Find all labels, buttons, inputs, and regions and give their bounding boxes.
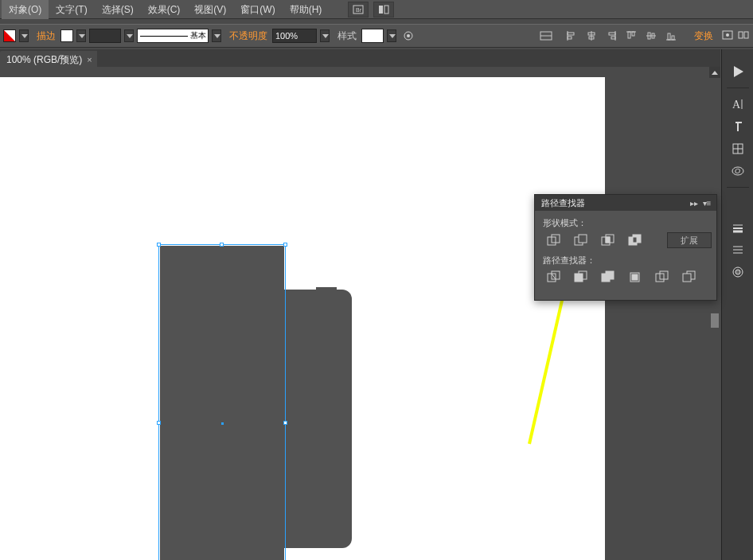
menu-bar: 对象(O) 文字(T) 选择(S) 效果(C) 视图(V) 窗口(W) 帮助(H… <box>0 0 753 19</box>
play-icon[interactable] <box>725 60 751 83</box>
panel-header[interactable]: 路径查找器 ▸▸ ▾≡ <box>535 195 716 211</box>
svg-point-5 <box>407 34 410 37</box>
style-label: 样式 <box>333 29 358 43</box>
menu-text[interactable]: 文字(T) <box>49 0 94 19</box>
close-icon[interactable]: × <box>87 55 92 64</box>
collapse-icon[interactable]: ▸▸ <box>688 199 700 208</box>
svg-text:Br: Br <box>356 7 362 13</box>
glyphs-icon[interactable] <box>725 138 751 160</box>
pathfinder-panel[interactable]: 路径查找器 ▸▸ ▾≡ 形状模式： 扩展 路径查找器： <box>534 194 717 301</box>
opacity-label: 不透明度 <box>224 29 269 43</box>
svg-rect-70 <box>683 274 691 282</box>
canvas-viewport[interactable] <box>0 67 720 560</box>
opentype-icon[interactable]: O <box>725 160 751 182</box>
menu-select[interactable]: 选择(S) <box>95 0 141 19</box>
layers-icon[interactable] <box>725 239 751 261</box>
svg-marker-32 <box>734 66 743 77</box>
artboard[interactable] <box>0 77 605 560</box>
unite-icon[interactable] <box>546 233 562 247</box>
svg-rect-54 <box>606 237 610 243</box>
stroke-weight[interactable] <box>89 29 121 43</box>
svg-rect-15 <box>609 33 615 35</box>
stroke-dropdown[interactable] <box>76 29 86 42</box>
extra-icon-1[interactable] <box>721 29 734 43</box>
document-tab[interactable]: 100% (RGB/预览) × <box>0 51 97 67</box>
minus-front-icon[interactable] <box>573 233 589 247</box>
brushes-icon[interactable] <box>725 216 751 239</box>
exclude-icon[interactable] <box>627 233 643 247</box>
minus-back-icon[interactable] <box>681 270 697 284</box>
menu-object[interactable]: 对象(O) <box>2 0 49 19</box>
svg-rect-28 <box>739 32 743 38</box>
document-tab-label: 100% (RGB/预览) <box>6 53 82 67</box>
bridge-icon[interactable]: Br <box>348 2 369 18</box>
panel-body: 形状模式： 扩展 路径查找器： <box>535 211 716 300</box>
panel-title: 路径查找器 <box>541 197 585 209</box>
brush-dropdown[interactable] <box>212 29 221 42</box>
recolor-svg <box>402 29 415 42</box>
crop-icon[interactable] <box>627 270 643 284</box>
align-hcenter-icon[interactable] <box>583 28 600 44</box>
stroke-label: 描边 <box>32 29 57 43</box>
scroll-thumb[interactable] <box>711 313 719 328</box>
opacity-value[interactable]: 100% <box>272 29 317 43</box>
brush-line <box>140 36 188 37</box>
document-tab-bar: 100% (RGB/预览) × <box>0 49 720 67</box>
stroke-swatch[interactable] <box>60 29 73 42</box>
align-set-2 <box>563 28 680 44</box>
menu-effect[interactable]: 效果(C) <box>141 0 188 19</box>
pathfinder-row <box>546 270 712 284</box>
fill-dropdown[interactable] <box>19 29 29 42</box>
align-bottom-icon[interactable] <box>662 28 680 44</box>
recolor-icon[interactable] <box>400 28 417 44</box>
svg-rect-2 <box>379 6 383 14</box>
shape-front-selected[interactable] <box>160 246 284 560</box>
menu-icon[interactable]: ▾≡ <box>700 199 713 208</box>
outline-icon[interactable] <box>654 270 670 284</box>
align-icon[interactable] <box>537 28 555 44</box>
trim-icon[interactable] <box>573 270 589 284</box>
svg-rect-24 <box>668 33 670 40</box>
menu-view[interactable]: 视图(V) <box>187 0 233 19</box>
align-vcenter-icon[interactable] <box>642 28 660 44</box>
svg-text:A: A <box>732 99 741 111</box>
pathfinder-label: 路径查找器： <box>543 255 712 266</box>
align-right-icon[interactable] <box>603 28 620 44</box>
character-icon[interactable]: A <box>725 93 751 115</box>
vertical-scrollbar[interactable] <box>709 67 720 560</box>
shape-mode-label: 形状模式： <box>543 217 712 229</box>
scroll-up-icon[interactable] <box>709 67 720 78</box>
svg-rect-18 <box>628 32 630 38</box>
style-swatch[interactable] <box>361 29 384 43</box>
align-top-icon[interactable] <box>622 28 640 44</box>
shape-mode-row: 扩展 <box>546 232 712 248</box>
svg-rect-9 <box>568 33 574 35</box>
arrange-doc-icon[interactable] <box>373 2 394 18</box>
svg-rect-64 <box>606 271 614 279</box>
expand-button[interactable]: 扩展 <box>667 232 712 248</box>
appearance-icon[interactable] <box>725 261 751 283</box>
paragraph-icon[interactable] <box>725 115 751 138</box>
right-panel-strip: A O <box>721 49 753 560</box>
svg-point-27 <box>726 33 729 37</box>
svg-line-60 <box>552 274 556 279</box>
svg-rect-57 <box>633 237 637 243</box>
bridge-svg: Br <box>353 5 364 14</box>
opacity-dropdown[interactable] <box>320 29 330 42</box>
arrange-svg <box>378 5 389 14</box>
fill-swatch[interactable] <box>3 29 16 42</box>
menu-window[interactable]: 窗口(W) <box>233 0 282 19</box>
style-dropdown[interactable] <box>387 29 396 42</box>
transform-button[interactable]: 变换 <box>689 29 718 43</box>
divide-icon[interactable] <box>546 270 562 284</box>
svg-rect-51 <box>579 235 587 243</box>
brush-selector[interactable]: 基本 <box>137 29 209 43</box>
intersect-icon[interactable] <box>600 233 616 247</box>
align-left-icon[interactable] <box>563 28 580 44</box>
merge-icon[interactable] <box>600 270 616 284</box>
extra-icon-2[interactable] <box>737 29 750 43</box>
separator <box>727 88 749 88</box>
menu-help[interactable]: 帮助(H) <box>283 0 330 19</box>
shape-back[interactable] <box>284 290 352 548</box>
stroke-weight-dropdown[interactable] <box>124 29 134 42</box>
